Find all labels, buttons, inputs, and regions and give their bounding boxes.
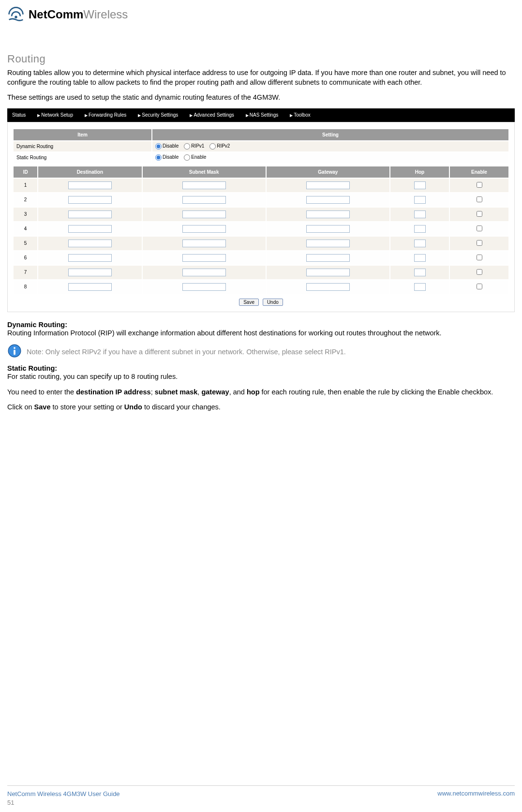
dynamic-routing-label: Dynamic Routing [13, 141, 152, 152]
router-navbar: Status ▶Network Setup ▶Forwarding Rules … [7, 108, 515, 122]
row-id: 4 [13, 222, 38, 236]
enable-checkbox[interactable] [477, 211, 482, 217]
destination-input[interactable] [68, 240, 112, 247]
subnet-mask-input[interactable] [182, 181, 226, 189]
hop-input[interactable] [414, 283, 426, 291]
destination-input[interactable] [68, 225, 112, 233]
enable-checkbox[interactable] [477, 196, 482, 202]
th-enable: Enable [449, 166, 509, 178]
footer-url: www.netcommwireless.com [437, 790, 515, 797]
dyn-ripv1[interactable]: RIPv1 [184, 143, 204, 149]
footer-guide-title: NetComm Wireless 4GM3W User Guide [7, 790, 120, 798]
destination-input[interactable] [68, 211, 112, 218]
nav-status[interactable]: Status [9, 112, 34, 118]
th-setting: Setting [152, 129, 509, 141]
static-routing-heading: Static Routing: [7, 364, 515, 372]
router-ui-screenshot: Status ▶Network Setup ▶Forwarding Rules … [7, 108, 515, 312]
destination-input[interactable] [68, 283, 112, 291]
enable-checkbox[interactable] [477, 240, 482, 246]
dynamic-routing-heading: Dynamic Routing: [7, 321, 515, 329]
brand-logo: NetCommWireless [7, 5, 515, 24]
dynamic-routing-options: Disable RIPv1 RIPv2 [152, 141, 509, 152]
gateway-input[interactable] [306, 283, 350, 291]
row-id: 7 [13, 265, 38, 280]
row-id: 2 [13, 193, 38, 207]
stat-disable[interactable]: Disable [155, 154, 179, 160]
hop-input[interactable] [414, 225, 426, 233]
nav-network-setup[interactable]: ▶Network Setup [34, 112, 82, 118]
table-row: 3 [13, 207, 509, 222]
table-row: 5 [13, 236, 509, 251]
gateway-input[interactable] [306, 211, 350, 218]
save-button[interactable]: Save [239, 299, 259, 306]
table-row: 6 [13, 251, 509, 265]
enable-checkbox[interactable] [477, 182, 482, 188]
stat-enable[interactable]: Enable [184, 154, 206, 160]
svg-point-2 [14, 347, 15, 349]
table-row: 7 [13, 265, 509, 280]
static-routing-options: Disable Enable [152, 152, 509, 163]
dyn-disable[interactable]: Disable [155, 143, 179, 149]
subnet-mask-input[interactable] [182, 211, 226, 218]
subnet-mask-input[interactable] [182, 283, 226, 291]
brand-text: NetCommWireless [29, 8, 128, 21]
destination-input[interactable] [68, 181, 112, 189]
destination-input[interactable] [68, 269, 112, 276]
row-id: 6 [13, 251, 38, 265]
destination-input[interactable] [68, 254, 112, 262]
gateway-input[interactable] [306, 181, 350, 189]
info-icon [7, 344, 22, 360]
nav-forwarding-rules[interactable]: ▶Forwarding Rules [82, 112, 135, 118]
nav-nas-settings[interactable]: ▶NAS Settings [243, 112, 287, 118]
subnet-mask-input[interactable] [182, 196, 226, 204]
undo-button[interactable]: Undo [263, 299, 283, 306]
nav-advanced-settings[interactable]: ▶Advanced Settings [187, 112, 242, 118]
enable-checkbox[interactable] [477, 226, 482, 231]
final-paragraph: Click on Save to store your setting or U… [7, 403, 515, 412]
note-text: Note: Only select RIPv2 if you have a di… [27, 348, 346, 356]
static-routing-body: For static routing, you can specify up t… [7, 372, 515, 382]
subnet-mask-input[interactable] [182, 240, 226, 247]
gateway-input[interactable] [306, 254, 350, 262]
enable-checkbox[interactable] [477, 269, 482, 275]
subnet-mask-input[interactable] [182, 269, 226, 276]
settings-table: Item Setting Dynamic Routing Disable RIP… [13, 128, 509, 164]
svg-rect-3 [14, 350, 15, 355]
enable-checkbox[interactable] [477, 284, 482, 289]
gateway-input[interactable] [306, 240, 350, 247]
footer-page-number: 51 [7, 798, 120, 807]
subnet-mask-input[interactable] [182, 254, 226, 262]
hop-input[interactable] [414, 269, 426, 276]
gateway-input[interactable] [306, 196, 350, 204]
wireless-icon [7, 5, 25, 24]
row-id: 5 [13, 236, 38, 251]
hop-input[interactable] [414, 254, 426, 262]
hop-input[interactable] [414, 196, 426, 204]
nav-toolbox[interactable]: ▶Toolbox [287, 112, 319, 118]
intro-paragraph-1: Routing tables allow you to determine wh… [7, 68, 515, 87]
th-destination: Destination [38, 166, 142, 178]
enable-checkbox[interactable] [477, 255, 482, 260]
subnet-mask-input[interactable] [182, 225, 226, 233]
row-id: 8 [13, 280, 38, 294]
static-routing-label: Static Routing [13, 152, 152, 163]
th-hop: Hop [390, 166, 449, 178]
routing-table: ID Destination Subnet Mask Gateway Hop E… [13, 165, 509, 295]
dyn-ripv2[interactable]: RIPv2 [209, 143, 230, 149]
destination-input[interactable] [68, 196, 112, 204]
intro-paragraph-2: These settings are used to setup the sta… [7, 93, 515, 103]
hop-input[interactable] [414, 181, 426, 189]
table-row: 4 [13, 222, 509, 236]
gateway-input[interactable] [306, 225, 350, 233]
th-id: ID [13, 166, 38, 178]
dynamic-routing-body: Routing Information Protocol (RIP) will … [7, 329, 515, 338]
gateway-input[interactable] [306, 269, 350, 276]
th-gateway: Gateway [266, 166, 390, 178]
nav-security-settings[interactable]: ▶Security Settings [135, 112, 187, 118]
page-footer: NetComm Wireless 4GM3W User Guide 51 www… [7, 785, 515, 807]
row-id: 1 [13, 178, 38, 193]
table-row: 1 [13, 178, 509, 193]
th-subnet-mask: Subnet Mask [142, 166, 266, 178]
hop-input[interactable] [414, 240, 426, 247]
hop-input[interactable] [414, 211, 426, 218]
